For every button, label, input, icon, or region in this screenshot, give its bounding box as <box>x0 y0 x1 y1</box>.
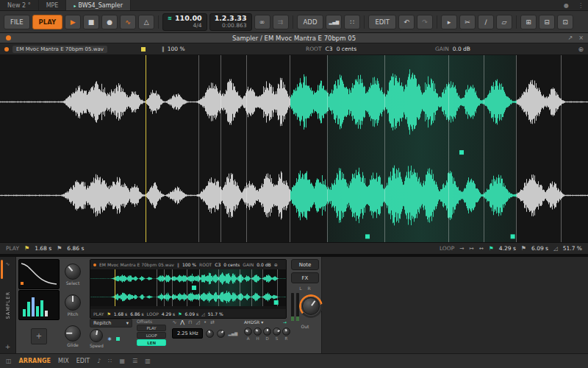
offset-loop-button[interactable]: LOOP <box>137 332 166 339</box>
detach-panel-icon[interactable]: ↗ <box>568 35 573 41</box>
spectrum-icon[interactable]: ▂▄▆ <box>228 331 237 336</box>
loop-pct-value[interactable]: 51.7 % <box>563 245 582 252</box>
project-tab-mpe[interactable]: MPE <box>39 0 67 10</box>
loop-toggle-button[interactable]: ∞ <box>254 15 270 29</box>
object-c-button[interactable]: ⊡ <box>557 15 573 29</box>
sample-file-chip[interactable]: EM Mvoc Mantra E 70bpm 05.wav <box>12 46 107 53</box>
follow-playhead-button[interactable]: ⇉ <box>273 15 289 29</box>
device-loop-pct[interactable]: 51.7 % <box>208 311 223 316</box>
edit-view-button[interactable]: EDIT <box>76 358 90 364</box>
crossfade-knob[interactable] <box>206 330 214 338</box>
play-start-value[interactable]: 1.68 s <box>35 245 51 252</box>
device-loop-start[interactable]: 4.29 s <box>162 311 175 316</box>
shape-dot-icon[interactable]: • <box>204 319 207 325</box>
pitch-curve-display[interactable] <box>18 259 60 289</box>
decay-knob[interactable] <box>263 328 271 336</box>
add-device-button[interactable]: + <box>5 343 11 350</box>
loop-in-icon[interactable]: → <box>459 245 464 252</box>
transport-play-button[interactable]: ▶ <box>65 15 81 29</box>
attack-knob[interactable] <box>244 328 252 336</box>
transport-stop-button[interactable]: ■ <box>83 15 99 29</box>
offset-play-button[interactable]: PLAY <box>137 325 166 331</box>
object-b-button[interactable]: ⊟ <box>539 15 555 29</box>
device-root-cents[interactable]: 0 cents <box>223 262 240 267</box>
hold-knob[interactable] <box>254 328 262 336</box>
main-waveform-canvas[interactable] <box>0 55 588 242</box>
add-modulator-button[interactable]: + <box>31 328 47 344</box>
crossfade-freq-display[interactable]: 2.25 kHz <box>172 328 203 339</box>
play-start-marker-handle[interactable] <box>141 47 146 52</box>
shape-sine-icon[interactable]: ∿ <box>172 319 176 325</box>
env-route-icon[interactable]: → <box>283 319 287 325</box>
eraser-tool-button[interactable]: ▱ <box>496 15 512 29</box>
close-panel-icon[interactable]: × <box>578 35 584 41</box>
list-icon[interactable]: ☰ <box>132 358 137 364</box>
sustain-knob[interactable] <box>273 328 281 336</box>
add-button[interactable]: ADD <box>297 15 324 29</box>
object-a-button[interactable]: ⊞ <box>520 15 537 29</box>
shape-tri-icon[interactable]: ⋀ <box>180 319 184 325</box>
device-chain-sidebar[interactable]: ∿ SAMPLER + <box>0 257 16 353</box>
envelope-type-dropdown[interactable]: AHDSR ▾ <box>244 319 263 325</box>
arrange-view-button[interactable]: ARRANGE <box>19 358 51 364</box>
mixer-view-button[interactable]: ▂▄▆ <box>326 15 342 29</box>
mix-view-button[interactable]: MIX <box>58 358 69 364</box>
device-sample-display[interactable]: EM Mvoc Mantra E 70bpm 05.wav ‖ 100 % RO… <box>90 259 287 319</box>
undo-button[interactable]: ↶ <box>398 15 415 29</box>
shape-swap-icon[interactable]: ⇄ <box>210 319 215 325</box>
knife-tool-button[interactable]: ∕ <box>478 15 494 29</box>
play-end-value[interactable]: 6.86 s <box>67 245 84 252</box>
mini-waveform-canvas[interactable] <box>90 269 286 306</box>
redo-button[interactable]: ↷ <box>417 15 433 29</box>
project-tab-new2[interactable]: New 2 ° <box>0 0 39 10</box>
note-editor-icon[interactable]: ♪ <box>97 358 101 364</box>
position-display[interactable]: 1.2.3.33 0:00.863 <box>209 13 252 31</box>
loop-start-value[interactable]: 4.29 s <box>499 245 516 252</box>
grid-view-button[interactable]: ∷ <box>344 15 360 29</box>
loop-len-icon[interactable]: ↔ <box>479 245 484 252</box>
root-note-value[interactable]: C3 <box>326 46 333 52</box>
pointer-tool-button[interactable]: ▸ <box>441 15 457 29</box>
device-loop-end[interactable]: 6.09 s <box>185 311 198 316</box>
edit-button[interactable]: EDIT <box>368 15 396 29</box>
fx-page-button[interactable]: FX <box>291 272 319 283</box>
shape-saw-icon[interactable]: ◿ <box>196 319 200 325</box>
device-zoom-value[interactable]: 100 % <box>182 262 196 267</box>
loop-mid-icon[interactable]: ↦ <box>470 245 474 252</box>
zoom-value[interactable]: 100 % <box>168 46 185 52</box>
sample-waveform-display[interactable] <box>0 55 588 242</box>
automation-write-button[interactable]: ∿ <box>120 15 136 29</box>
device-sample-file[interactable]: EM Mvoc Mantra E 70bpm 05.wav <box>99 262 174 267</box>
tempo-display[interactable]: ≋110.00 4/4 <box>162 13 207 31</box>
status-dot-icon[interactable]: ● <box>559 0 573 10</box>
glide-knob[interactable] <box>65 325 81 342</box>
project-tab-bws4-sampler[interactable]: ▸ BWS4_Sampler <box>66 0 131 10</box>
root-cents-value[interactable]: 0 cents <box>337 46 357 52</box>
loop-end-value[interactable]: 6.09 s <box>531 245 548 252</box>
crosshair-icon[interactable]: ⊕ <box>578 46 584 53</box>
select-knob[interactable] <box>65 263 81 280</box>
panel-layout-icon[interactable]: ◫ <box>6 358 12 364</box>
slope-knob[interactable] <box>217 330 225 338</box>
device-gain-value[interactable]: 0.0 dB <box>257 262 270 267</box>
keytrack-bars-display[interactable] <box>18 290 60 320</box>
sample-power-dot[interactable] <box>4 47 9 52</box>
out-knob[interactable] <box>302 297 320 315</box>
speed-knob[interactable] <box>90 329 103 342</box>
scissors-tool-button[interactable]: ✂ <box>459 15 476 29</box>
device-root-note[interactable]: C3 <box>215 262 220 267</box>
metronome-button[interactable]: △ <box>138 15 154 29</box>
window-menu-icon[interactable]: ⋮ <box>573 0 588 10</box>
device-power-dot[interactable] <box>6 35 11 40</box>
grid-icon[interactable]: ▦ <box>119 358 125 364</box>
transport-record-button[interactable]: ● <box>101 15 118 29</box>
device-play-end[interactable]: 6.86 s <box>130 311 143 316</box>
play-toggle-button[interactable]: PLAY <box>32 15 63 29</box>
gain-value[interactable]: 0.0 dB <box>453 46 470 52</box>
note-page-button[interactable]: Note <box>291 259 319 270</box>
device-play-start[interactable]: 1.68 s <box>114 311 127 316</box>
file-button[interactable]: FILE <box>4 15 30 29</box>
freeze-icon[interactable]: ∗ <box>107 336 112 342</box>
automation-lanes-icon[interactable]: ∷ <box>108 358 112 364</box>
device-crosshair-icon[interactable]: ⊕ <box>274 262 278 267</box>
